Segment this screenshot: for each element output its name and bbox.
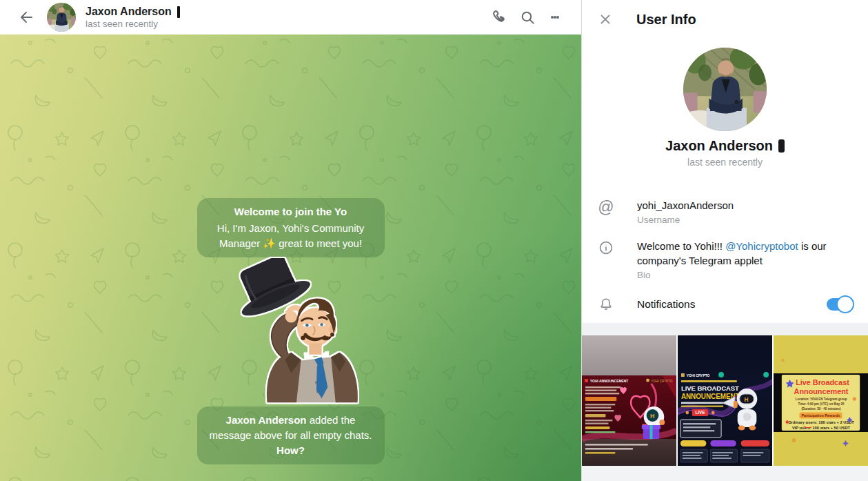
search-icon [519, 9, 536, 26]
footer-note-name: Jaxon Anderson [226, 414, 307, 426]
svg-text:VIP users: 100 stars + 50 USDT: VIP users: 100 stars + 50 USDT [792, 426, 851, 430]
at-icon: @ [598, 199, 614, 215]
svg-text:Location: YOHI EN Telegram gro: Location: YOHI EN Telegram group [795, 397, 847, 401]
search-button[interactable] [514, 3, 541, 31]
panel-footer-space [582, 466, 868, 481]
svg-text:LIVE: LIVE [696, 410, 705, 415]
svg-text:YOHI CRYPTO: YOHI CRYPTO [652, 380, 673, 383]
bio-text-before: Welcome to Yohi!!! [637, 240, 725, 252]
chat-header: Jaxon Anderson last seen recently [0, 0, 581, 35]
svg-text:Announcement: Announcement [794, 387, 849, 395]
chat-name: Jaxon Anderson [85, 6, 172, 18]
call-button[interactable] [486, 3, 514, 31]
svg-text:LIVE BROADCAST: LIVE BROADCAST [681, 384, 739, 392]
bio-bot-link[interactable]: @Yohicryptobot [725, 240, 798, 252]
svg-text:H: H [745, 395, 749, 402]
svg-text:Time: 4:00 pm (UTC) on May 25: Time: 4:00 pm (UTC) on May 25 [798, 402, 845, 406]
greeting-title: Welcome to join the Yo [208, 204, 374, 219]
phone-emoji [177, 6, 180, 18]
back-button[interactable] [12, 3, 40, 31]
bio-label: Bio [637, 270, 853, 280]
info-icon [598, 239, 614, 256]
phone-icon [491, 8, 509, 26]
close-button[interactable] [592, 6, 619, 33]
back-arrow-icon [18, 9, 34, 26]
profile-status: last seen recently [582, 157, 868, 168]
telegram-app: Jaxon Anderson last seen recently Welco [0, 0, 868, 481]
profile-name: Jaxon Anderson [665, 138, 773, 154]
bell-icon [598, 296, 614, 313]
username-label: Username [637, 215, 853, 225]
user-info-panel: User Info Jaxon Anderson last seen recen… [581, 0, 868, 481]
profile-avatar[interactable] [683, 48, 767, 131]
gentleman-sticker[interactable] [222, 258, 368, 406]
svg-text:Participation Rewards: Participation Rewards [802, 413, 840, 418]
svg-text:Live Broadcast: Live Broadcast [796, 378, 849, 386]
svg-text:Ordinary users: 100 stars + 2: Ordinary users: 100 stars + 2 USDT [788, 420, 854, 424]
chat-header-avatar[interactable] [47, 3, 76, 32]
media-item-announcement-red[interactable]: YOHI ANNOUNCEMENT YOHI CRYPTO [582, 335, 676, 466]
media-item-live-broadcast-dark[interactable]: YOHI CRYPTO LIVE BROADCAST ANNOUNCEMENT … [678, 335, 772, 466]
greeting-body: Hi, I'm Jaxon, Yohi's Community Manager … [208, 221, 374, 251]
chat-status: last seen recently [85, 19, 486, 29]
notifications-toggle[interactable] [827, 298, 851, 311]
media-item-live-broadcast-yellow[interactable]: Live Broadcast Announcement Location: YO… [774, 335, 868, 466]
chat-pane: Jaxon Anderson last seen recently Welco [0, 0, 581, 481]
notifications-label: Notifications [637, 297, 827, 311]
user-info-header: User Info [582, 0, 868, 39]
svg-text:(Duration: 30 - 40 minutes): (Duration: 30 - 40 minutes) [802, 407, 841, 411]
svg-text:H: H [650, 412, 654, 419]
bio-row[interactable]: Welcome to Yohi!!! @Yohicryptobot is our… [582, 232, 868, 287]
panel-title: User Info [636, 12, 696, 28]
svg-text:YOHI ANNOUNCEMENT: YOHI ANNOUNCEMENT [590, 380, 629, 383]
chat-title-block[interactable]: Jaxon Anderson last seen recently [85, 6, 486, 29]
section-divider [582, 323, 868, 335]
footer-note-message: Jaxon Anderson added the message above f… [197, 406, 385, 464]
username-row[interactable]: @ yohi_JaxonAnderson Username [582, 191, 868, 232]
svg-text:YOHI CRYPTO: YOHI CRYPTO [687, 374, 710, 377]
close-icon [598, 12, 613, 27]
menu-button[interactable] [541, 3, 569, 31]
shared-media-grid: YOHI ANNOUNCEMENT YOHI CRYPTO [582, 335, 868, 466]
greeting-message: Welcome to join the Yo Hi, I'm Jaxon, Yo… [197, 198, 385, 257]
footer-note-how-link[interactable]: How? [276, 444, 305, 456]
phone-emoji [778, 139, 785, 153]
username-value: yohi_JaxonAnderson [637, 198, 853, 213]
info-rows: @ yohi_JaxonAnderson Username Welcom [582, 191, 868, 321]
notifications-row[interactable]: Notifications [582, 287, 868, 321]
